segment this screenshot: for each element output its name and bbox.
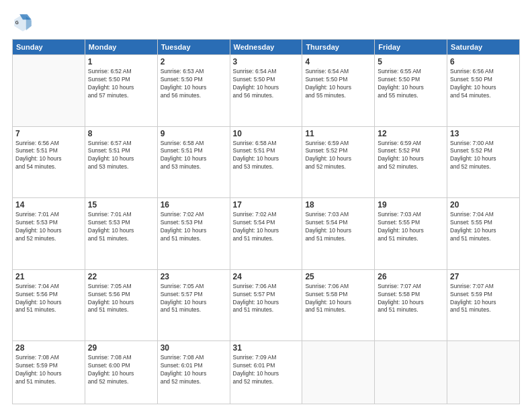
day-info: Sunrise: 6:54 AMSunset: 5:50 PMDaylight:…	[305, 68, 371, 100]
day-info: Sunrise: 7:04 AMSunset: 5:55 PMDaylight:…	[450, 211, 517, 243]
day-info: Sunrise: 7:08 AMSunset: 6:00 PMDaylight:…	[88, 354, 154, 386]
day-cell	[375, 341, 447, 404]
day-number: 17	[233, 200, 300, 210]
day-cell: 6Sunrise: 6:56 AMSunset: 5:50 PMDaylight…	[447, 55, 520, 127]
day-info: Sunrise: 6:57 AMSunset: 5:51 PMDaylight:…	[88, 140, 154, 172]
day-cell: 26Sunrise: 7:07 AMSunset: 5:58 PMDayligh…	[375, 269, 447, 341]
day-cell: 13Sunrise: 7:00 AMSunset: 5:52 PMDayligh…	[447, 126, 520, 198]
day-info: Sunrise: 7:06 AMSunset: 5:58 PMDaylight:…	[305, 283, 371, 315]
day-cell: 7Sunrise: 6:56 AMSunset: 5:51 PMDaylight…	[13, 126, 85, 198]
day-info: Sunrise: 7:09 AMSunset: 6:01 PMDaylight:…	[233, 354, 300, 386]
day-number: 7	[15, 129, 82, 138]
day-number: 27	[450, 272, 517, 281]
col-header-tuesday: Tuesday	[157, 40, 230, 55]
day-cell	[447, 341, 520, 404]
day-number: 29	[88, 343, 154, 353]
day-info: Sunrise: 6:56 AMSunset: 5:51 PMDaylight:…	[15, 140, 82, 172]
day-info: Sunrise: 6:59 AMSunset: 5:52 PMDaylight:…	[378, 140, 444, 172]
day-cell: 17Sunrise: 7:02 AMSunset: 5:54 PMDayligh…	[230, 198, 302, 270]
day-cell: 4Sunrise: 6:54 AMSunset: 5:50 PMDaylight…	[302, 55, 375, 127]
day-info: Sunrise: 6:52 AMSunset: 5:50 PMDaylight:…	[88, 68, 154, 100]
day-cell: 31Sunrise: 7:09 AMSunset: 6:01 PMDayligh…	[230, 341, 302, 404]
day-cell: 15Sunrise: 7:01 AMSunset: 5:53 PMDayligh…	[85, 198, 157, 270]
day-number: 23	[161, 272, 227, 281]
logo-icon: G	[12, 12, 34, 34]
day-number: 16	[161, 200, 227, 210]
day-cell: 14Sunrise: 7:01 AMSunset: 5:53 PMDayligh…	[13, 198, 85, 270]
day-info: Sunrise: 6:59 AMSunset: 5:52 PMDaylight:…	[305, 140, 371, 172]
day-info: Sunrise: 6:54 AMSunset: 5:50 PMDaylight:…	[233, 68, 300, 100]
week-row-3: 14Sunrise: 7:01 AMSunset: 5:53 PMDayligh…	[13, 198, 520, 270]
day-number: 22	[88, 272, 154, 281]
day-info: Sunrise: 6:53 AMSunset: 5:50 PMDaylight:…	[161, 68, 227, 100]
day-info: Sunrise: 7:02 AMSunset: 5:53 PMDaylight:…	[161, 211, 227, 243]
day-number: 30	[161, 343, 227, 353]
col-header-sunday: Sunday	[13, 40, 85, 55]
day-cell: 3Sunrise: 6:54 AMSunset: 5:50 PMDaylight…	[230, 55, 302, 127]
day-cell: 30Sunrise: 7:08 AMSunset: 6:01 PMDayligh…	[157, 341, 230, 404]
day-cell: 1Sunrise: 6:52 AMSunset: 5:50 PMDaylight…	[85, 55, 157, 127]
day-number: 14	[15, 200, 82, 210]
day-info: Sunrise: 6:58 AMSunset: 5:51 PMDaylight:…	[161, 140, 227, 172]
day-cell: 27Sunrise: 7:07 AMSunset: 5:59 PMDayligh…	[447, 269, 520, 341]
header-row: SundayMondayTuesdayWednesdayThursdayFrid…	[13, 40, 520, 55]
day-cell: 16Sunrise: 7:02 AMSunset: 5:53 PMDayligh…	[157, 198, 230, 270]
day-number: 2	[161, 57, 227, 66]
day-cell: 12Sunrise: 6:59 AMSunset: 5:52 PMDayligh…	[375, 126, 447, 198]
day-number: 10	[233, 129, 300, 138]
week-row-5: 28Sunrise: 7:08 AMSunset: 5:59 PMDayligh…	[13, 341, 520, 404]
day-number: 21	[15, 272, 82, 281]
calendar-table: SundayMondayTuesdayWednesdayThursdayFrid…	[12, 39, 520, 404]
col-header-saturday: Saturday	[447, 40, 520, 55]
day-info: Sunrise: 7:03 AMSunset: 5:55 PMDaylight:…	[378, 211, 444, 243]
day-info: Sunrise: 7:05 AMSunset: 5:56 PMDaylight:…	[88, 283, 154, 315]
day-info: Sunrise: 7:06 AMSunset: 5:57 PMDaylight:…	[233, 283, 300, 315]
day-cell: 25Sunrise: 7:06 AMSunset: 5:58 PMDayligh…	[302, 269, 375, 341]
day-number: 8	[88, 129, 154, 138]
week-row-4: 21Sunrise: 7:04 AMSunset: 5:56 PMDayligh…	[13, 269, 520, 341]
day-cell: 28Sunrise: 7:08 AMSunset: 5:59 PMDayligh…	[13, 341, 85, 404]
day-info: Sunrise: 7:01 AMSunset: 5:53 PMDaylight:…	[15, 211, 82, 243]
day-info: Sunrise: 7:08 AMSunset: 6:01 PMDaylight:…	[161, 354, 227, 386]
day-number: 3	[233, 57, 300, 66]
day-number: 5	[378, 57, 444, 66]
day-info: Sunrise: 7:07 AMSunset: 5:58 PMDaylight:…	[378, 283, 444, 315]
day-cell: 2Sunrise: 6:53 AMSunset: 5:50 PMDaylight…	[157, 55, 230, 127]
col-header-friday: Friday	[375, 40, 447, 55]
day-info: Sunrise: 7:08 AMSunset: 5:59 PMDaylight:…	[15, 354, 82, 386]
header: G	[12, 12, 520, 34]
day-cell: 10Sunrise: 6:58 AMSunset: 5:51 PMDayligh…	[230, 126, 302, 198]
page: G SundayMondayTuesdayWednesdayThursdayFr…	[0, 0, 532, 411]
day-info: Sunrise: 7:02 AMSunset: 5:54 PMDaylight:…	[233, 211, 300, 243]
day-number: 15	[88, 200, 154, 210]
week-row-2: 7Sunrise: 6:56 AMSunset: 5:51 PMDaylight…	[13, 126, 520, 198]
day-number: 6	[450, 57, 517, 66]
day-cell: 20Sunrise: 7:04 AMSunset: 5:55 PMDayligh…	[447, 198, 520, 270]
day-number: 4	[305, 57, 371, 66]
day-info: Sunrise: 7:01 AMSunset: 5:53 PMDaylight:…	[88, 211, 154, 243]
day-cell: 23Sunrise: 7:05 AMSunset: 5:57 PMDayligh…	[157, 269, 230, 341]
day-cell	[302, 341, 375, 404]
col-header-thursday: Thursday	[302, 40, 375, 55]
day-number: 24	[233, 272, 300, 281]
day-number: 31	[233, 343, 300, 353]
day-number: 18	[305, 200, 371, 210]
day-number: 11	[305, 129, 371, 138]
day-info: Sunrise: 6:55 AMSunset: 5:50 PMDaylight:…	[378, 68, 444, 100]
col-header-wednesday: Wednesday	[230, 40, 302, 55]
day-cell: 19Sunrise: 7:03 AMSunset: 5:55 PMDayligh…	[375, 198, 447, 270]
day-cell: 11Sunrise: 6:59 AMSunset: 5:52 PMDayligh…	[302, 126, 375, 198]
day-cell: 29Sunrise: 7:08 AMSunset: 6:00 PMDayligh…	[85, 341, 157, 404]
day-number: 26	[378, 272, 444, 281]
logo: G	[12, 12, 36, 34]
day-cell: 5Sunrise: 6:55 AMSunset: 5:50 PMDaylight…	[375, 55, 447, 127]
day-cell: 22Sunrise: 7:05 AMSunset: 5:56 PMDayligh…	[85, 269, 157, 341]
day-number: 20	[450, 200, 517, 210]
day-info: Sunrise: 7:00 AMSunset: 5:52 PMDaylight:…	[450, 140, 517, 172]
day-info: Sunrise: 6:56 AMSunset: 5:50 PMDaylight:…	[450, 68, 517, 100]
day-cell	[13, 55, 85, 127]
week-row-1: 1Sunrise: 6:52 AMSunset: 5:50 PMDaylight…	[13, 55, 520, 127]
day-info: Sunrise: 6:58 AMSunset: 5:51 PMDaylight:…	[233, 140, 300, 172]
day-cell: 24Sunrise: 7:06 AMSunset: 5:57 PMDayligh…	[230, 269, 302, 341]
day-cell: 21Sunrise: 7:04 AMSunset: 5:56 PMDayligh…	[13, 269, 85, 341]
